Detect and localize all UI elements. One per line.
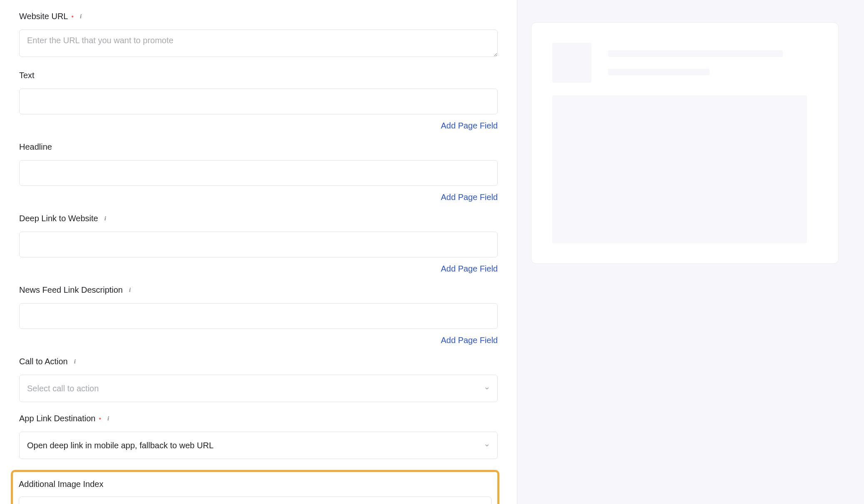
website-url-input[interactable] — [19, 30, 498, 57]
news-feed-desc-add-page-field-row: Add Page Field — [19, 336, 498, 345]
add-page-field-link[interactable]: Add Page Field — [441, 121, 498, 130]
info-icon[interactable]: i — [102, 215, 109, 222]
add-page-field-link[interactable]: Add Page Field — [441, 336, 498, 345]
chevron-down-icon — [484, 442, 490, 448]
deep-link-field: Deep Link to Website i Add Page Field — [19, 214, 498, 274]
label-text: Additional Image Index — [19, 479, 103, 489]
info-icon[interactable]: i — [126, 287, 134, 294]
preview-header-lines — [608, 50, 817, 75]
info-icon[interactable]: i — [71, 358, 79, 366]
text-input[interactable] — [19, 89, 498, 114]
info-icon[interactable]: i — [77, 13, 84, 20]
preview-panel — [517, 0, 864, 504]
app-link-dest-label: App Link Destination • i — [19, 414, 498, 423]
additional-image-index-label: Additional Image Index — [19, 479, 492, 489]
app-link-dest-value: Open deep link in mobile app, fallback t… — [27, 441, 214, 450]
additional-image-index-highlight: Additional Image Index Specify which ima… — [11, 470, 499, 504]
news-feed-desc-field: News Feed Link Description i Add Page Fi… — [19, 285, 498, 345]
add-page-field-link[interactable]: Add Page Field — [441, 193, 498, 202]
website-url-label: Website URL • i — [19, 12, 498, 21]
text-label: Text — [19, 71, 498, 80]
required-indicator: • — [99, 415, 101, 422]
headline-add-page-field-row: Add Page Field — [19, 193, 498, 202]
preview-card — [531, 23, 838, 263]
label-text: Headline — [19, 142, 52, 152]
required-indicator: • — [71, 13, 74, 20]
add-page-field-link[interactable]: Add Page Field — [441, 264, 498, 273]
cta-field: Call to Action i Select call to action — [19, 357, 498, 402]
chevron-down-icon — [484, 385, 490, 391]
text-add-page-field-row: Add Page Field — [19, 121, 498, 131]
label-text: Website URL — [19, 12, 68, 21]
deep-link-input[interactable] — [19, 232, 498, 257]
website-url-field: Website URL • i — [19, 12, 498, 59]
label-text: App Link Destination — [19, 414, 95, 423]
cta-select[interactable]: Select call to action — [19, 375, 498, 402]
cta-label: Call to Action i — [19, 357, 498, 366]
info-icon[interactable]: i — [104, 415, 112, 422]
label-text: Text — [19, 71, 35, 80]
headline-field: Headline Add Page Field — [19, 142, 498, 202]
deep-link-add-page-field-row: Add Page Field — [19, 264, 498, 274]
deep-link-label: Deep Link to Website i — [19, 214, 498, 223]
headline-input[interactable] — [19, 160, 498, 186]
additional-image-index-input[interactable] — [19, 497, 492, 504]
preview-body-placeholder — [552, 95, 807, 243]
preview-line-placeholder — [608, 50, 783, 57]
news-feed-desc-label: News Feed Link Description i — [19, 285, 498, 295]
label-text: News Feed Link Description — [19, 285, 123, 295]
form-panel: Website URL • i Text Add Page Field Head… — [0, 0, 517, 504]
preview-line-placeholder — [608, 69, 710, 75]
app-link-dest-field: App Link Destination • i Open deep link … — [19, 414, 498, 459]
headline-label: Headline — [19, 142, 498, 152]
preview-header — [552, 43, 817, 83]
preview-avatar-placeholder — [552, 43, 591, 83]
text-field: Text Add Page Field — [19, 71, 498, 131]
label-text: Deep Link to Website — [19, 214, 98, 223]
news-feed-desc-input[interactable] — [19, 303, 498, 329]
cta-select-placeholder: Select call to action — [27, 384, 99, 393]
label-text: Call to Action — [19, 357, 68, 366]
app-link-dest-select[interactable]: Open deep link in mobile app, fallback t… — [19, 432, 498, 459]
